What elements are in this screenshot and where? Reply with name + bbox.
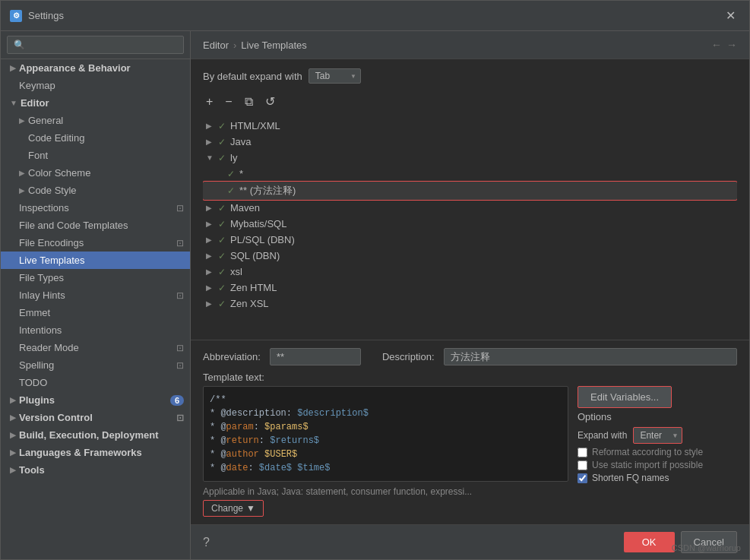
sidebar-item-inlay-hints[interactable]: Inlay Hints ⊡: [1, 286, 190, 304]
ok-button[interactable]: OK: [624, 532, 675, 552]
title-bar: ⚙ Settings ✕: [1, 1, 749, 31]
inlay-hints-icon: ⊡: [176, 290, 184, 301]
static-import-checkbox[interactable]: [578, 460, 587, 470]
template-code-area: /** * @description: $description$ * @par…: [203, 386, 568, 517]
tree-group-html-xml[interactable]: ▶ ✓ HTML/XML: [203, 118, 737, 134]
shorten-fq-checkbox[interactable]: [578, 473, 587, 483]
tree-group-java[interactable]: ▶ ✓ Java: [203, 134, 737, 150]
tree-group-label-xsl: xsl: [230, 266, 242, 277]
check-icon-java: ✓: [218, 137, 226, 147]
chevron-right-icon-vc: ▶: [10, 413, 16, 422]
sidebar-item-code-editing[interactable]: Code Editing: [1, 129, 190, 147]
sidebar-item-editor[interactable]: ▼ Editor: [1, 94, 190, 112]
tree-group-label-maven: Maven: [230, 202, 260, 214]
tree-group-zen-xsl[interactable]: ▶ ✓ Zen XSL: [203, 296, 737, 312]
nav-back-button[interactable]: ←: [711, 39, 722, 51]
detail-area: Abbreviation: Description: Template text…: [191, 340, 749, 524]
sidebar-item-languages[interactable]: ▶ Languages & Frameworks: [1, 444, 190, 461]
shorten-fq-row: Shorten FQ names: [578, 473, 737, 483]
add-template-button[interactable]: +: [203, 93, 216, 110]
chevron-right-icon-general: ▶: [19, 116, 25, 125]
sidebar-item-version-control[interactable]: ▶ Version Control ⊡: [1, 409, 190, 426]
tree-item-label-star: *: [239, 168, 243, 179]
tree-group-label-mybatis: Mybatis/SQL: [230, 218, 286, 229]
change-label: Change: [211, 503, 243, 514]
check-icon-sql: ✓: [218, 251, 226, 261]
options-section: Options Expand with Enter Tab Space: [578, 411, 737, 483]
chevron-right-icon-cs: ▶: [19, 169, 25, 177]
sidebar-item-live-templates[interactable]: Live Templates: [1, 252, 190, 269]
abbreviation-input[interactable]: [270, 348, 361, 365]
sidebar-item-reader-mode[interactable]: Reader Mode ⊡: [1, 339, 190, 356]
sidebar-item-plugins[interactable]: ▶ Plugins 6: [1, 391, 190, 409]
close-button[interactable]: ✕: [721, 7, 740, 24]
check-icon-star: ✓: [227, 169, 235, 179]
shorten-fq-label: Shorten FQ names: [592, 473, 669, 483]
tree-group-xsl[interactable]: ▶ ✓ xsl: [203, 264, 737, 280]
sidebar-item-tools[interactable]: ▶ Tools: [1, 461, 190, 479]
check-icon-xsl: ✓: [218, 267, 226, 277]
sidebar-item-code-style[interactable]: ▶ Code Style: [1, 182, 190, 199]
sidebar-item-general[interactable]: ▶ General: [1, 112, 190, 129]
sidebar-item-file-encodings[interactable]: File Encodings ⊡: [1, 234, 190, 252]
edit-variables-button[interactable]: Edit Variables...: [578, 386, 672, 408]
sidebar-item-file-types[interactable]: File Types: [1, 269, 190, 286]
sidebar-item-appearance[interactable]: ▶ Appearance & Behavior: [1, 59, 190, 77]
applicable-value: Java; Java: statement, consumer function…: [257, 486, 472, 497]
static-import-label: Use static import if possible: [592, 460, 703, 470]
tree-group-plsql[interactable]: ▶ ✓ PL/SQL (DBN): [203, 232, 737, 248]
nav-forward-button[interactable]: →: [726, 39, 737, 51]
detail-two-col: /** * @description: $description$ * @par…: [203, 386, 737, 517]
help-button[interactable]: ?: [203, 536, 210, 549]
tree-group-label-zenxsl: Zen XSL: [230, 298, 269, 309]
sidebar-item-build[interactable]: ▶ Build, Execution, Deployment: [1, 426, 190, 444]
expand-with-label: By default expand with: [203, 71, 302, 82]
check-icon-dstar: ✓: [227, 185, 235, 196]
template-code-editor[interactable]: /** * @description: $description$ * @par…: [203, 386, 568, 482]
template-text-label: Template text:: [203, 372, 737, 383]
check-icon-zenhtml: ✓: [218, 283, 226, 293]
dialog-footer: ? OK Cancel: [191, 524, 749, 559]
tree-group-sql[interactable]: ▶ ✓ SQL (DBN): [203, 248, 737, 264]
watermark: CSDN @warriorup: [672, 543, 741, 552]
sidebar-item-intentions[interactable]: Intentions: [1, 321, 190, 339]
reader-mode-icon: ⊡: [176, 343, 184, 353]
sidebar-item-spelling[interactable]: Spelling ⊡: [1, 356, 190, 374]
tree-group-label-zenhtml: Zen HTML: [230, 282, 277, 293]
tree-item-double-star[interactable]: ✓ ** (方法注释): [203, 182, 737, 200]
sidebar-item-color-scheme[interactable]: ▶ Color Scheme: [1, 164, 190, 182]
sidebar-item-todo[interactable]: TODO: [1, 374, 190, 391]
change-button[interactable]: Change ▼: [203, 500, 264, 517]
tree-group-zen-html[interactable]: ▶ ✓ Zen HTML: [203, 280, 737, 296]
breadcrumb-current: Live Templates: [241, 40, 306, 51]
expand-with-option-select[interactable]: Enter Tab Space: [633, 427, 682, 444]
tree-group-label-ly: ly: [230, 152, 237, 163]
app-icon: ⚙: [10, 10, 22, 22]
chevron-down-icon: ▼: [10, 99, 17, 107]
expand-with-select[interactable]: Tab Enter Space: [309, 68, 361, 84]
chevron-right-icon-mybatis: ▶: [206, 220, 214, 228]
copy-template-button[interactable]: ⧉: [242, 93, 256, 110]
sidebar-item-emmet[interactable]: Emmet: [1, 304, 190, 321]
dialog-title: Settings: [28, 10, 64, 21]
description-input[interactable]: [444, 348, 737, 365]
sidebar-item-font[interactable]: Font: [1, 147, 190, 164]
breadcrumb-parent: Editor: [203, 40, 229, 51]
tree-group-ly[interactable]: ▼ ✓ ly: [203, 150, 737, 166]
tree-group-maven[interactable]: ▶ ✓ Maven: [203, 200, 737, 216]
remove-template-button[interactable]: −: [222, 93, 235, 110]
sidebar-item-file-code-templates[interactable]: File and Code Templates: [1, 217, 190, 234]
tree-item-label-double-star: ** (方法注释): [239, 184, 296, 198]
reformat-checkbox[interactable]: [578, 448, 587, 457]
tree-item-star[interactable]: ✓ *: [203, 166, 737, 182]
sidebar-item-keymap[interactable]: Keymap: [1, 77, 190, 94]
sidebar-item-inspections[interactable]: Inspections ⊡: [1, 199, 190, 217]
search-input[interactable]: [7, 36, 184, 54]
chevron-right-icon-codestyle: ▶: [19, 186, 25, 195]
reset-template-button[interactable]: ↺: [262, 93, 278, 110]
panel-content: By default expand with Tab Enter Space +…: [191, 59, 749, 340]
tree-group-mybatis[interactable]: ▶ ✓ Mybatis/SQL: [203, 216, 737, 232]
check-icon-mybatis: ✓: [218, 219, 226, 229]
chevron-right-icon-plsql: ▶: [206, 236, 214, 244]
tree-group-label-java: Java: [230, 136, 251, 147]
